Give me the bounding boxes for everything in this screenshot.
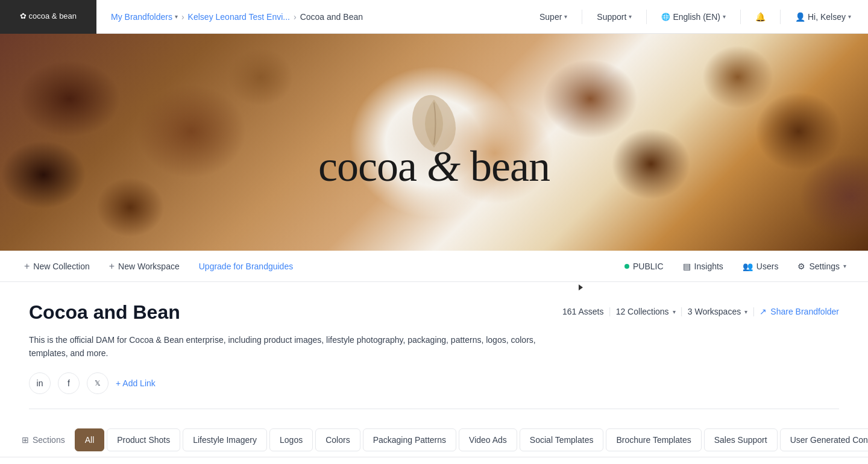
assets-stat[interactable]: 161 Assets bbox=[562, 307, 604, 316]
facebook-icon: f bbox=[68, 378, 70, 388]
globe-icon: 🌐 bbox=[661, 13, 670, 21]
share-brandfolder-button[interactable]: ↗ Share Brandfolder bbox=[760, 307, 839, 316]
collections-chevron-icon: ▾ bbox=[673, 309, 676, 315]
content-divider bbox=[29, 409, 839, 409]
breadcrumb: My Brandfolders ▾ › Kelsey Leonard Test … bbox=[96, 12, 523, 22]
action-bar-right: PUBLIC ▤ Insights 👥 Users ⚙ Settings ▾ bbox=[617, 257, 854, 276]
twitter-button[interactable]: 𝕏 bbox=[87, 372, 108, 394]
top-navigation: ✿ cocoa & bean My Brandfolders ▾ › Kelse… bbox=[0, 0, 868, 34]
tab-all[interactable]: All bbox=[75, 428, 105, 451]
workspaces-chevron-icon: ▾ bbox=[744, 309, 747, 315]
tabs-bar: ⊞ Sections All Product Shots Lifestyle I… bbox=[0, 424, 868, 457]
add-link-button[interactable]: + Add Link bbox=[116, 378, 156, 388]
main-content: Cocoa and Bean 161 Assets | 12 Collectio… bbox=[0, 282, 868, 424]
support-chevron-icon: ▾ bbox=[629, 13, 632, 20]
hero-banner: cocoa & bean bbox=[0, 34, 868, 251]
social-links: in f 𝕏 + Add Link bbox=[29, 372, 839, 394]
brandfolder-header: Cocoa and Bean 161 Assets | 12 Collectio… bbox=[29, 301, 839, 324]
public-badge: PUBLIC bbox=[617, 258, 671, 275]
sections-tab-button[interactable]: ⊞ Sections bbox=[14, 430, 72, 450]
logo-area[interactable]: ✿ cocoa & bean bbox=[0, 0, 96, 34]
language-chevron-icon: ▾ bbox=[723, 13, 726, 20]
share-icon: ↗ bbox=[760, 307, 767, 316]
new-collection-button[interactable]: + New Collection bbox=[14, 256, 99, 277]
user-icon: 👤 bbox=[795, 12, 805, 22]
new-workspace-button[interactable]: + New Workspace bbox=[99, 256, 189, 277]
logo-text: ✿ cocoa & bean bbox=[20, 11, 77, 22]
super-chevron-icon: ▾ bbox=[564, 13, 567, 20]
tab-video-ads[interactable]: Video Ads bbox=[459, 428, 517, 451]
tab-product-shots[interactable]: Product Shots bbox=[107, 428, 180, 451]
grid-icon: ⊞ bbox=[22, 435, 29, 445]
tab-colors[interactable]: Colors bbox=[315, 428, 360, 451]
collections-stat[interactable]: 12 Collections ▾ bbox=[616, 307, 676, 316]
tab-user-generated-content[interactable]: User Generated Content bbox=[780, 428, 868, 451]
nav-divider-4 bbox=[780, 10, 781, 24]
tab-brochure-templates[interactable]: Brochure Templates bbox=[606, 428, 701, 451]
stat-divider-2: | bbox=[681, 306, 683, 317]
hero-title: cocoa & bean bbox=[318, 142, 550, 192]
plus-icon-workspace: + bbox=[109, 261, 115, 272]
super-button[interactable]: Super ▾ bbox=[535, 10, 572, 24]
support-button[interactable]: Support ▾ bbox=[592, 10, 637, 24]
nav-right-area: Super ▾ Support ▾ 🌐 English (EN) ▾ 🔔 👤 H… bbox=[523, 10, 868, 24]
users-icon: 👥 bbox=[743, 262, 753, 271]
nav-divider-3 bbox=[740, 10, 741, 24]
user-button[interactable]: 👤 Hi, Kelsey ▾ bbox=[790, 10, 856, 24]
nav-divider-1 bbox=[582, 10, 582, 24]
users-button[interactable]: 👥 Users bbox=[735, 257, 786, 276]
brandfolder-title: Cocoa and Bean bbox=[29, 301, 180, 324]
tab-social-templates[interactable]: Social Templates bbox=[520, 428, 604, 451]
brandfolder-description: This is the official DAM for Cocoa & Bea… bbox=[29, 333, 571, 360]
nav-brandfolders[interactable]: My Brandfolders ▾ bbox=[111, 12, 178, 22]
header-stats: 161 Assets | 12 Collections ▾ | 3 Worksp… bbox=[562, 306, 839, 317]
stat-divider-3: | bbox=[752, 306, 755, 317]
nav-current-page: Cocoa and Bean bbox=[300, 12, 363, 22]
chart-icon: ▤ bbox=[683, 262, 691, 271]
nav-divider-2 bbox=[646, 10, 647, 24]
settings-button[interactable]: ⚙ Settings ▾ bbox=[790, 257, 854, 276]
public-dot-icon bbox=[624, 264, 629, 269]
workspaces-stat[interactable]: 3 Workspaces ▾ bbox=[688, 307, 747, 316]
facebook-button[interactable]: f bbox=[58, 372, 80, 394]
nav-env[interactable]: Kelsey Leonard Test Envi... bbox=[188, 12, 290, 22]
tab-sales-support[interactable]: Sales Support bbox=[704, 428, 778, 451]
notification-button[interactable]: 🔔 bbox=[750, 10, 770, 24]
gear-icon: ⚙ bbox=[797, 262, 805, 271]
linkedin-icon: in bbox=[37, 378, 43, 388]
stat-divider-1: | bbox=[609, 306, 611, 317]
tab-logos[interactable]: Logos bbox=[269, 428, 313, 451]
tab-lifestyle-imagery[interactable]: Lifestyle Imagery bbox=[183, 428, 267, 451]
upgrade-brandguides-button[interactable]: Upgrade for Brandguides bbox=[189, 257, 303, 276]
action-bar: + New Collection + New Workspace Upgrade… bbox=[0, 251, 868, 282]
user-chevron-icon: ▾ bbox=[848, 13, 851, 20]
breadcrumb-separator-2: › bbox=[294, 12, 297, 22]
chevron-down-icon: ▾ bbox=[175, 13, 178, 20]
language-button[interactable]: 🌐 English (EN) ▾ bbox=[656, 10, 731, 24]
breadcrumb-separator: › bbox=[181, 12, 184, 22]
linkedin-button[interactable]: in bbox=[29, 372, 51, 394]
hero-logo: cocoa & bean bbox=[318, 93, 550, 192]
insights-button[interactable]: ▤ Insights bbox=[676, 257, 731, 276]
twitter-icon: 𝕏 bbox=[95, 379, 101, 387]
bell-icon: 🔔 bbox=[755, 12, 766, 22]
plus-icon: + bbox=[24, 261, 30, 272]
tab-packaging-patterns[interactable]: Packaging Patterns bbox=[363, 428, 456, 451]
settings-chevron-icon: ▾ bbox=[843, 263, 846, 269]
